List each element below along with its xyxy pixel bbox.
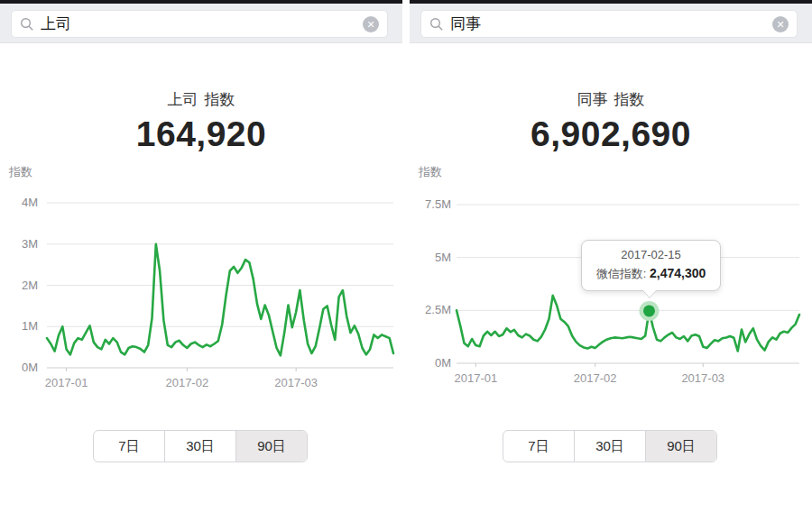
y-tick-label: 7.5M xyxy=(425,197,451,211)
time-range-selector: 7日 30日 90日 xyxy=(503,430,717,462)
clear-search-icon[interactable]: ✕ xyxy=(772,16,789,32)
keyword-label: 同事 xyxy=(577,91,608,108)
x-tick-label: 2017-03 xyxy=(274,376,318,389)
y-tick-label: 0M xyxy=(22,361,38,374)
x-tick-label: 2017-01 xyxy=(45,376,88,389)
range-button-7d[interactable]: 7日 xyxy=(94,431,164,462)
data-point-marker[interactable] xyxy=(643,305,655,316)
range-button-90d[interactable]: 90日 xyxy=(235,431,307,462)
y-tick-label: 4M xyxy=(22,196,38,209)
range-button-30d[interactable]: 30日 xyxy=(164,431,235,462)
search-query-text[interactable]: 同事 xyxy=(450,14,481,34)
search-header: 同事 ✕ xyxy=(410,4,812,43)
clear-search-icon[interactable]: ✕ xyxy=(363,16,379,32)
range-button-7d[interactable]: 7日 xyxy=(503,431,574,462)
y-axis-title: 指数 xyxy=(418,165,442,178)
x-tick-label: 2017-03 xyxy=(681,371,724,385)
y-axis-title: 指数 xyxy=(8,165,32,178)
range-button-30d[interactable]: 30日 xyxy=(574,431,645,462)
x-tick-label: 2017-02 xyxy=(574,371,617,385)
time-range-selector: 7日 30日 90日 xyxy=(93,430,308,462)
index-value: 164,920 xyxy=(0,114,402,154)
y-tick-label: 0M xyxy=(435,356,451,370)
tooltip-value: 2,474,300 xyxy=(650,266,706,280)
tooltip-date: 2017-02-15 xyxy=(587,248,715,261)
y-tick-label: 1M xyxy=(22,319,38,333)
y-tick-label: 2.5M xyxy=(425,303,451,316)
trend-chart-boss[interactable]: 指数0M1M2M3M4M2017-012017-022017-03 xyxy=(0,158,402,394)
chart-tooltip: 2017-02-15 微信指数: 2,474,300 xyxy=(581,240,721,291)
range-button-90d[interactable]: 90日 xyxy=(645,431,716,462)
index-title: 上司指数 xyxy=(0,89,402,110)
search-header: 上司 ✕ xyxy=(0,4,402,43)
index-title: 同事指数 xyxy=(410,89,812,110)
tooltip-value-row: 微信指数: 2,474,300 xyxy=(587,266,715,282)
index-suffix-label: 指数 xyxy=(205,91,235,108)
index-trend-line xyxy=(457,296,799,352)
index-suffix-label: 指数 xyxy=(614,91,645,108)
search-input[interactable]: 同事 ✕ xyxy=(420,10,798,38)
panel-colleague: 同事 ✕ 同事指数 6,902,690 指数0M2.5M5M7.5M2017-0… xyxy=(410,0,812,512)
x-tick-label: 2017-02 xyxy=(165,376,208,389)
y-tick-label: 3M xyxy=(22,237,38,251)
search-icon xyxy=(20,17,34,32)
tooltip-arrow xyxy=(642,290,657,298)
tooltip-label: 微信指数: xyxy=(596,267,647,280)
index-value: 6,902,690 xyxy=(410,114,812,154)
index-trend-line xyxy=(47,244,393,356)
x-tick-label: 2017-01 xyxy=(454,371,497,385)
search-query-text[interactable]: 上司 xyxy=(41,14,71,34)
panel-boss: 上司 ✕ 上司指数 164,920 指数0M1M2M3M4M2017-01201… xyxy=(0,0,402,512)
keyword-label: 上司 xyxy=(168,91,198,108)
search-icon xyxy=(429,17,444,32)
y-tick-label: 5M xyxy=(435,251,451,264)
y-tick-label: 2M xyxy=(22,279,38,292)
search-input[interactable]: 上司 ✕ xyxy=(11,10,388,38)
wechat-index-comparison: 上司 ✕ 上司指数 164,920 指数0M1M2M3M4M2017-01201… xyxy=(0,0,812,512)
